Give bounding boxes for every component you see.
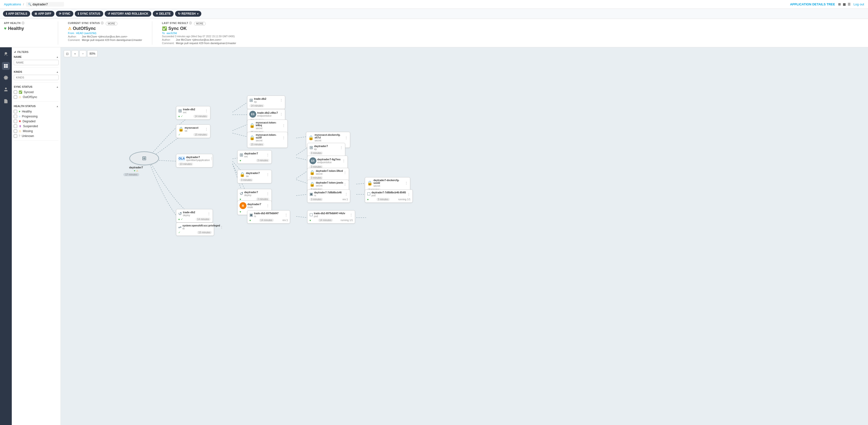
filter-sync-title[interactable]: SYNC STATUS ▲	[14, 85, 59, 88]
search-wrap[interactable]: 🔍	[26, 2, 64, 7]
mysvcacct-szz5f-menu[interactable]: ⋮	[282, 136, 285, 140]
app-diff-button[interactable]: ⊞ APP DIFF	[32, 11, 54, 17]
logout-button[interactable]: Log out	[854, 2, 864, 6]
trade-db2-svc-time: 14 minutes	[193, 115, 208, 118]
scc-rb-menu[interactable]: ⋮	[220, 225, 223, 229]
daytrader7-sa-icon: 🔒	[240, 172, 245, 177]
daytrader7-svc-title: daytrader7	[244, 152, 258, 155]
head-link[interactable]: HEAD (aac629d)	[76, 32, 96, 35]
app-details-button[interactable]: ℹ APP DETAILS	[3, 11, 30, 17]
sync-synced-checkbox[interactable]	[14, 91, 17, 94]
daytrader7-rs-node[interactable]: ▣ daytrader7-7d8b8bcb46 rs ⋮ 3 minutes r…	[307, 190, 350, 203]
to-value[interactable]: aac629d	[166, 32, 177, 35]
daytrader7-sa-menu[interactable]: ⋮	[266, 172, 270, 176]
refresh-button[interactable]: ↻ REFRESH ▾	[175, 11, 201, 17]
fit-screen-button[interactable]: ⊡	[64, 50, 71, 57]
token-jzwds-menu[interactable]: ⋮	[343, 182, 347, 186]
trade-db2-svc-node[interactable]: ⊞ trade-db2 svc ⋮ ♥ ✓ 14 minutes	[176, 106, 210, 120]
app-diff-icon: ⊞	[35, 12, 37, 15]
ola-node[interactable]: OLA daytrader7 openlibertyapplication ⋮ …	[176, 154, 213, 167]
daytrader7-deploy-menu[interactable]: ⋮	[266, 192, 270, 196]
daytrader7-svc-node[interactable]: ⊞ daytrader7 svc ⋮ ♥ 3 minutes	[237, 150, 272, 164]
mysvcacct-k46nj-menu[interactable]: ⋮	[282, 124, 285, 127]
zoom-in-button[interactable]: +	[71, 50, 79, 57]
health-missing-checkbox[interactable]	[14, 129, 17, 133]
trade-db2-deploy-node[interactable]: ↺ trade-db2 deploy ⋮ ♥ ✓ 14 minutes	[176, 209, 213, 223]
token-5fkvd-menu[interactable]: ⋮	[343, 171, 347, 174]
search-icon: 🔍	[28, 3, 32, 6]
daytrader7-deploy-health: ♥	[240, 198, 241, 201]
mysvcacct-sa-menu[interactable]: ⋮	[205, 127, 208, 131]
sync-status-button[interactable]: ℹ SYNC STATUS	[75, 11, 103, 17]
daytrader7-ep-node[interactable]: ⊞ daytrader7 ep ⋮ 3 minutes	[307, 143, 345, 156]
trade-db2-ep-node[interactable]: ⊞ trade-db2 ep ⋮ 14 minutes	[247, 96, 285, 109]
sync-button[interactable]: ⟳ SYNC	[56, 11, 73, 17]
daytrader7-pod-menu[interactable]: ⋮	[407, 192, 410, 196]
daytrader7-es-menu[interactable]: ⋮	[342, 159, 345, 163]
health-healthy-checkbox[interactable]	[14, 110, 17, 113]
list-view-icon[interactable]: ☰	[848, 2, 850, 6]
zoom-out-button[interactable]: −	[80, 50, 86, 57]
health-suspended-checkbox[interactable]	[14, 125, 17, 128]
mysvcacct-sa-time: 15 minutes	[193, 133, 208, 136]
health-progressing-checkbox[interactable]	[14, 115, 17, 118]
tree-view-icon[interactable]: ⊞	[838, 2, 841, 6]
trade-db2-ep-menu[interactable]: ⋮	[280, 98, 283, 102]
filter-kinds-input[interactable]	[14, 75, 59, 80]
daytrader7-route-menu[interactable]: ⋮	[266, 204, 270, 207]
sidebar-icon-octopus[interactable]	[2, 50, 10, 58]
daytrader7-svc-menu[interactable]: ⋮	[266, 153, 270, 157]
sync-outofsync-checkbox[interactable]	[14, 95, 17, 99]
history-rollback-button[interactable]: ↺ HISTORY AND ROLLBACK	[105, 11, 151, 17]
trade-db2-pod-node[interactable]: ☐ trade-db2-6979db847-44zlv pod ⋮ ♥ 14 m…	[307, 210, 355, 224]
filter-name-title[interactable]: NAME ▲	[14, 55, 59, 58]
grid-view-icon[interactable]: ▦	[843, 2, 846, 6]
trade-db2-svc-menu[interactable]: ⋮	[205, 109, 208, 113]
last-sync-info-icon: ⓘ	[189, 21, 192, 25]
sidebar-icon-user[interactable]	[2, 86, 10, 93]
search-input[interactable]	[33, 2, 62, 6]
health-unknown-checkbox[interactable]	[14, 134, 17, 138]
sidebar-icon-settings[interactable]	[2, 74, 10, 81]
sidebar-icon-apps[interactable]	[2, 62, 10, 70]
delete-button[interactable]: ✕ DELETE	[153, 11, 174, 17]
ola-menu[interactable]: ⋮	[210, 157, 213, 161]
daytrader7-pod-node[interactable]: ☐ daytrader7-7d8b8bcb46-854l5 pod ⋮ ♥ 3 …	[365, 190, 413, 203]
trade-db2-es-menu[interactable]: ⋮	[280, 112, 283, 116]
root-node[interactable]: ⊞	[129, 152, 159, 165]
daytrader7-svc-kind: svc	[244, 155, 258, 158]
mysvcacct-dockercfg-menu[interactable]: ⋮	[344, 136, 348, 140]
trade-db2-pod-time: 14 minutes	[318, 219, 333, 222]
daytrader7-pod-kind: pod	[371, 194, 406, 197]
current-sync-value: OutOfSync	[73, 26, 96, 31]
root-node-label: daytrader7	[125, 166, 147, 169]
filter-health-title[interactable]: HEALTH STATUS ▲	[14, 105, 59, 108]
scc-rb-node[interactable]: ⇌ system:openshift:scc:privileged rb ⋮ ✓…	[176, 223, 214, 236]
health-healthy-label: Healthy	[22, 110, 32, 113]
filter-name-input[interactable]	[14, 60, 59, 65]
filter-kinds-title[interactable]: KINDS ▲	[14, 70, 59, 73]
trade-db2-rs-node[interactable]: ▣ trade-db2-6979db847 rs ⋮ ♥ 14 minutes …	[247, 210, 290, 224]
sidebar-icon-logs[interactable]	[2, 97, 10, 105]
health-degraded-checkbox[interactable]	[14, 120, 17, 123]
breadcrumb-applications[interactable]: Applications	[4, 2, 21, 6]
mysvcacct-dockercfg-icon: 🔒	[308, 135, 314, 140]
daytrader7-sa-node[interactable]: 🔒 daytrader7 sa ⋮ 3 minutes	[237, 170, 272, 183]
daytrader7-ep-menu[interactable]: ⋮	[340, 145, 343, 150]
scc-rb-kind: rb	[182, 227, 220, 230]
mysvcacct-szz5f-time: 15 minutes	[249, 143, 264, 146]
daytrader7-ep-title: daytrader7	[314, 144, 328, 148]
dockercfg-szzd2-menu[interactable]: ⋮	[405, 181, 408, 185]
daytrader7-token-5fkvd-node[interactable]: 🔒 daytrader7-token-5fkvd secret ⋮ 3 minu…	[307, 168, 349, 181]
trade-db2-ep-time: 14 minutes	[249, 104, 264, 107]
mysvcacct-sa-node[interactable]: 🔒 mysvcacct sa ⋮ ✓ 15 minutes	[176, 125, 210, 138]
app-detail-tree-label: APPLICATION DETAILS TREE	[790, 2, 835, 6]
trade-db2-rs-menu[interactable]: ⋮	[284, 213, 288, 217]
last-sync-value: Sync OK	[168, 26, 187, 31]
last-sync-more-button[interactable]: MORE	[194, 22, 206, 26]
daytrader7-rs-menu[interactable]: ⋮	[344, 192, 348, 196]
trade-db2-deploy-menu[interactable]: ⋮	[207, 212, 211, 216]
current-sync-more-button[interactable]: MORE	[106, 22, 118, 26]
trade-db2-pod-menu[interactable]: ⋮	[349, 213, 353, 217]
mysvcacct-token-szz5f-node[interactable]: 🔒 mysvcacct-token-szz5f secret ⋮ 15 minu…	[247, 132, 288, 148]
